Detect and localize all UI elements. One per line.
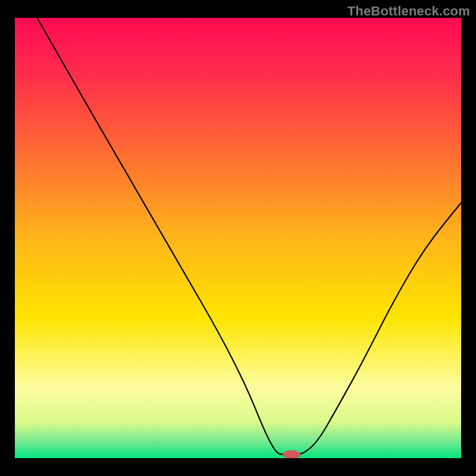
chart-container: TheBottleneck.com xyxy=(0,0,476,476)
chart-plot-area xyxy=(15,18,461,458)
chart-svg xyxy=(15,18,461,458)
watermark-text: TheBottleneck.com xyxy=(347,4,470,19)
chart-background xyxy=(15,18,461,458)
